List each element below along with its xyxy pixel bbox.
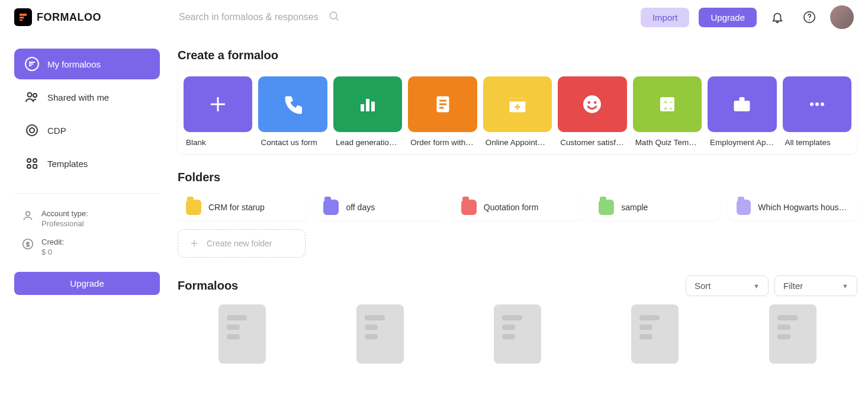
sidebar-item-label: Templates	[47, 159, 88, 169]
template-label: All templates	[783, 138, 851, 150]
grid-icon	[25, 156, 39, 171]
folders-title: Folders	[178, 171, 857, 184]
list-icon	[25, 57, 39, 71]
formaloo-card[interactable]	[590, 304, 719, 364]
folder-label: Which Hogwarts house …	[758, 203, 849, 212]
logo[interactable]: FORMALOO	[14, 8, 168, 26]
bars-icon	[333, 76, 402, 132]
template-card[interactable]: Contact us form	[258, 76, 327, 150]
chevron-down-icon: ▼	[842, 283, 848, 290]
sidebar-item-templates[interactable]: Templates	[14, 148, 160, 179]
credit-label: Credit:	[41, 237, 64, 246]
sidebar-item-cdp[interactable]: CDP	[14, 115, 160, 146]
calc-icon: +−×÷	[633, 76, 702, 132]
folder-card[interactable]: CRM for starup	[178, 194, 307, 221]
briefcase-icon	[708, 76, 776, 132]
formaloo-card[interactable]	[728, 304, 857, 364]
credit: Credit: $ 0	[14, 233, 160, 261]
search-wrap	[178, 8, 343, 26]
template-label: Blank	[184, 138, 252, 150]
calendar-icon	[483, 76, 552, 132]
svg-rect-20	[371, 102, 375, 112]
sort-label: Sort	[695, 281, 711, 291]
sidebar-item-label: Shared with me	[47, 92, 109, 102]
formaloo-card[interactable]	[315, 304, 444, 364]
folder-icon	[461, 200, 477, 215]
upgrade-side-button[interactable]: Upgrade	[14, 272, 160, 295]
dollar-icon	[21, 237, 34, 251]
formaloos-title: Formaloos	[178, 279, 238, 293]
sidebar-item-label: My formaloos	[47, 59, 101, 69]
document-icon	[494, 304, 541, 364]
svg-point-28	[588, 101, 591, 104]
help-icon[interactable]	[798, 6, 821, 28]
svg-rect-19	[366, 99, 369, 111]
notifications-icon[interactable]	[766, 6, 789, 28]
svg-rect-22	[439, 100, 446, 102]
svg-point-3	[809, 20, 810, 21]
template-card[interactable]: All templates	[783, 76, 851, 150]
folder-card[interactable]: off days	[315, 194, 444, 221]
template-card[interactable]: Order form with …	[408, 76, 477, 150]
filter-select[interactable]: Filter ▼	[774, 275, 857, 296]
folder-label: off days	[346, 203, 375, 212]
svg-line-1	[336, 18, 339, 21]
search-icon	[328, 10, 340, 24]
sort-select[interactable]: Sort ▼	[686, 275, 769, 296]
dots-icon	[783, 76, 851, 132]
user-icon	[21, 209, 34, 222]
folder-label: CRM for starup	[208, 203, 265, 212]
create-folder-button[interactable]: Create new folder	[178, 229, 306, 258]
folder-card[interactable]: sample	[590, 194, 719, 221]
search-input[interactable]	[178, 8, 343, 26]
folder-card[interactable]: Which Hogwarts house …	[728, 194, 857, 221]
create-title: Create a formaloo	[178, 49, 857, 62]
svg-rect-36	[740, 97, 745, 101]
folder-label: Quotation form	[484, 203, 539, 212]
upgrade-top-button[interactable]: Upgrade	[699, 8, 757, 27]
folder-icon	[186, 200, 201, 215]
template-card[interactable]: Online Appointm…	[483, 76, 552, 150]
sidebar: My formaloos Shared with me CDP	[0, 34, 168, 398]
template-label: Contact us form	[258, 138, 327, 150]
avatar[interactable]	[830, 5, 854, 29]
svg-rect-18	[361, 104, 364, 111]
folder-icon	[737, 200, 751, 215]
account-type-value: Professional	[41, 219, 88, 228]
document-icon	[631, 304, 679, 364]
logo-mark-icon	[14, 8, 32, 26]
topbar: FORMALOO Import Upgrade	[0, 0, 868, 34]
folder-icon	[599, 200, 614, 215]
template-card[interactable]: +−×÷ Math Quiz Templ…	[633, 76, 702, 150]
logo-text: FORMALOO	[37, 11, 101, 24]
template-card[interactable]: Customer satisfa…	[558, 76, 626, 150]
credit-value: $ 0	[41, 248, 64, 256]
plus-icon	[184, 76, 252, 132]
svg-point-0	[330, 12, 337, 19]
template-card[interactable]: Employment App…	[708, 76, 776, 150]
svg-rect-26	[509, 98, 525, 102]
formaloo-card[interactable]	[178, 304, 307, 364]
svg-point-16	[26, 211, 30, 216]
folder-card[interactable]: Quotation form	[453, 194, 582, 221]
svg-point-8	[28, 93, 32, 97]
template-card[interactable]: Blank	[184, 76, 252, 150]
svg-point-12	[27, 159, 31, 162]
svg-point-10	[27, 125, 37, 136]
svg-point-9	[33, 94, 37, 97]
svg-rect-15	[33, 165, 37, 168]
template-card[interactable]: Lead generation …	[333, 76, 402, 150]
order-icon	[408, 76, 477, 132]
sidebar-item-shared[interactable]: Shared with me	[14, 82, 160, 113]
formaloo-card[interactable]	[453, 304, 582, 364]
template-label: Employment App…	[708, 138, 776, 150]
svg-point-13	[33, 159, 37, 162]
sidebar-item-my-formaloos[interactable]: My formaloos	[14, 49, 160, 79]
svg-rect-24	[439, 107, 444, 109]
svg-point-27	[583, 95, 601, 113]
account-type: Account type: Professional	[14, 204, 160, 233]
phone-icon	[258, 76, 327, 132]
document-icon	[356, 304, 404, 364]
import-button[interactable]: Import	[641, 8, 690, 27]
create-folder-label: Create new folder	[207, 239, 272, 248]
